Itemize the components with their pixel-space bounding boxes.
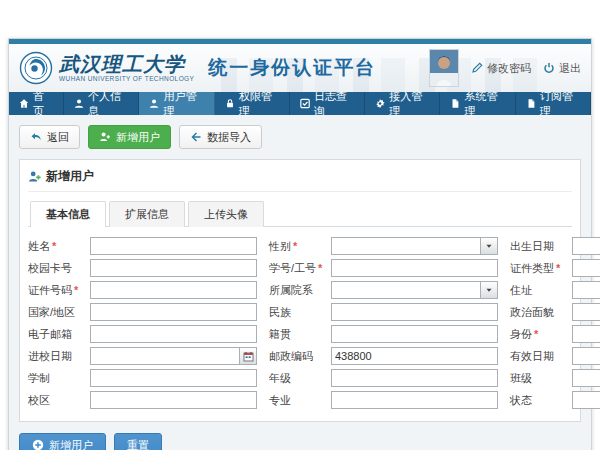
nav-label: 接入管理	[389, 89, 429, 119]
ethnicity-label: 民族	[269, 305, 331, 320]
pencil-icon	[471, 62, 483, 74]
political-status-input[interactable]	[572, 303, 600, 321]
country-input[interactable]	[90, 303, 257, 321]
id-number-input[interactable]	[90, 281, 257, 299]
campus-card-input[interactable]	[90, 259, 257, 277]
department-select[interactable]	[331, 281, 481, 299]
tab-bar: 基本信息 扩展信息 上传头像	[28, 200, 572, 227]
nav-label: 首页	[33, 89, 53, 119]
home-icon	[19, 98, 29, 109]
status-input[interactable]	[572, 391, 600, 409]
file-icon	[526, 98, 536, 109]
circle-plus-icon	[32, 439, 44, 450]
logout-label: 退出	[559, 61, 581, 76]
postal-code-label: 邮政编码	[269, 349, 331, 364]
class-input[interactable]	[572, 369, 600, 387]
header: 武汉理工大学 WUHAN UNIVERSITY OF TECHNOLOGY 统一…	[9, 44, 591, 92]
data-import-button[interactable]: 数据导入	[179, 125, 262, 149]
department-dropdown-button[interactable]	[481, 281, 498, 299]
political-status-label: 政治面貌	[510, 305, 572, 320]
avatar	[429, 49, 459, 87]
submit-add-user-button[interactable]: 新增用户	[19, 433, 106, 450]
education-length-input[interactable]	[90, 369, 257, 387]
name-input[interactable]	[90, 237, 257, 255]
student-id-input[interactable]	[331, 259, 498, 277]
user-plus-icon	[99, 131, 111, 143]
brand: 武汉理工大学 WUHAN UNIVERSITY OF TECHNOLOGY 统一…	[19, 51, 376, 85]
user-icon	[74, 98, 84, 109]
nav-item-log-query[interactable]: 日志查询	[290, 92, 365, 115]
major-input[interactable]	[331, 391, 498, 409]
field-campus-card: 校园卡号	[28, 259, 257, 277]
main-nav: 首页 个人信息 用户管理 权限管理 日志查询 接入管理 系统管理 订阅管理	[9, 92, 591, 115]
campus-card-label: 校园卡号	[28, 261, 90, 276]
gear-icon	[375, 98, 385, 109]
back-button[interactable]: 返回	[19, 125, 80, 149]
app-window: 武汉理工大学 WUHAN UNIVERSITY OF TECHNOLOGY 统一…	[8, 38, 592, 450]
nav-label: 个人信息	[88, 89, 128, 119]
field-campus: 校区	[28, 391, 257, 409]
logout-link[interactable]: 退出	[543, 61, 581, 76]
check-square-icon	[300, 98, 310, 109]
identity-input[interactable]	[572, 325, 600, 343]
field-major: 专业	[269, 391, 498, 409]
nav-item-subscription-management[interactable]: 订阅管理	[516, 92, 591, 115]
change-password-label: 修改密码	[487, 61, 531, 76]
header-user-area: 修改密码 退出	[429, 49, 581, 87]
field-education-length: 学制	[28, 369, 257, 387]
add-user-toolbar-button[interactable]: 新增用户	[88, 125, 171, 149]
import-arrow-icon	[190, 131, 202, 143]
campus-input[interactable]	[90, 391, 257, 409]
toolbar: 返回 新增用户 数据导入	[19, 125, 581, 149]
native-place-label: 籍贯	[269, 327, 331, 342]
chevron-down-icon	[485, 286, 493, 294]
field-address: 住址	[510, 281, 600, 299]
field-gender: 性别*	[269, 237, 498, 255]
field-id-number: 证件号码*	[28, 281, 257, 299]
address-input[interactable]	[572, 281, 600, 299]
tab-upload-avatar[interactable]: 上传头像	[188, 201, 264, 227]
native-place-input[interactable]	[331, 325, 498, 343]
reset-button[interactable]: 重置	[114, 433, 162, 450]
gender-dropdown-button[interactable]	[481, 237, 498, 255]
field-id-type: 证件类型*	[510, 259, 600, 277]
field-class: 班级	[510, 369, 600, 387]
chevron-down-icon	[485, 242, 493, 250]
email-input[interactable]	[90, 325, 257, 343]
nav-item-permission-management[interactable]: 权限管理	[215, 92, 290, 115]
gender-select[interactable]	[331, 237, 481, 255]
university-name-en: WUHAN UNIVERSITY OF TECHNOLOGY	[59, 76, 194, 83]
postal-code-input[interactable]	[331, 347, 498, 365]
content-area: 返回 新增用户 数据导入 新增用户 基本信息 扩展信息 上传头像	[9, 115, 591, 450]
form-actions: 新增用户 重置	[19, 433, 581, 450]
change-password-link[interactable]: 修改密码	[471, 61, 531, 76]
nav-item-home[interactable]: 首页	[9, 92, 64, 115]
lock-icon	[225, 98, 235, 109]
submit-add-user-label: 新增用户	[49, 438, 93, 450]
data-import-label: 数据导入	[207, 130, 251, 145]
field-valid-date: 有效日期	[510, 347, 600, 365]
university-name-cn: 武汉理工大学	[59, 54, 194, 74]
entry-date-input[interactable]	[90, 347, 240, 365]
nav-item-personal-info[interactable]: 个人信息	[64, 92, 139, 115]
id-type-input[interactable]	[572, 259, 600, 277]
birth-date-input[interactable]	[572, 237, 600, 255]
nav-label: 系统管理	[465, 89, 505, 119]
tab-basic-info[interactable]: 基本信息	[30, 201, 106, 227]
nav-item-system-management[interactable]: 系统管理	[440, 92, 515, 115]
grade-input[interactable]	[331, 369, 498, 387]
valid-date-input[interactable]	[572, 347, 600, 365]
student-id-label: 学号/工号*	[269, 261, 331, 276]
campus-label: 校区	[28, 393, 90, 408]
major-label: 专业	[269, 393, 331, 408]
university-logo-icon	[19, 51, 53, 85]
nav-item-user-management[interactable]: 用户管理	[139, 92, 214, 115]
nav-label: 用户管理	[163, 89, 203, 119]
entry-date-calendar-button[interactable]	[240, 347, 257, 365]
field-name: 姓名*	[28, 237, 257, 255]
field-country: 国家/地区	[28, 303, 257, 321]
page-title: 统一身份认证平台	[208, 55, 376, 81]
nav-item-access-management[interactable]: 接入管理	[365, 92, 440, 115]
ethnicity-input[interactable]	[331, 303, 498, 321]
tab-extended-info[interactable]: 扩展信息	[109, 201, 185, 227]
